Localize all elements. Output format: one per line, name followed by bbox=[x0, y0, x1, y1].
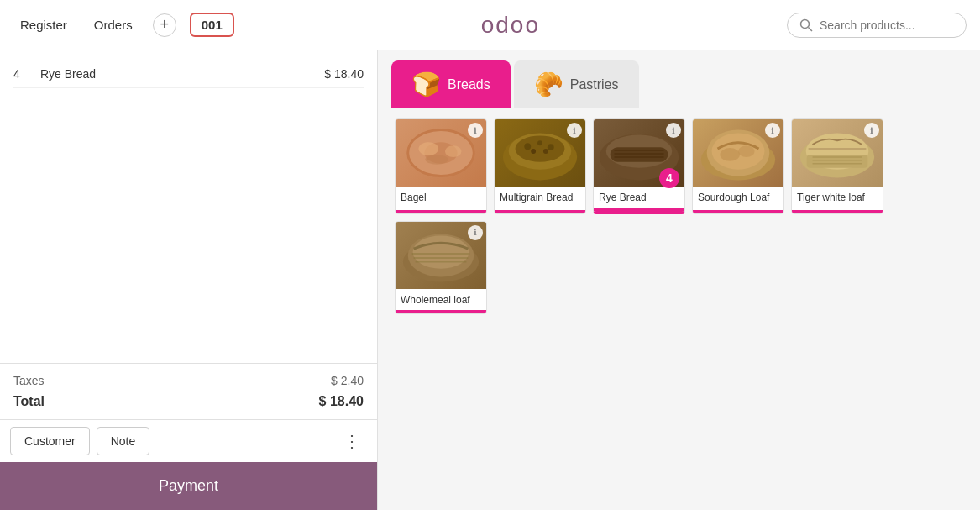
search-input[interactable] bbox=[820, 18, 954, 32]
session-badge[interactable]: 001 bbox=[190, 13, 234, 37]
register-button[interactable]: Register bbox=[13, 14, 74, 35]
multigrain-info-icon: ℹ bbox=[567, 123, 582, 138]
orders-button[interactable]: Orders bbox=[87, 14, 139, 35]
svg-line-1 bbox=[809, 27, 813, 31]
svg-point-14 bbox=[531, 149, 536, 154]
sourdough-info-icon: ℹ bbox=[765, 123, 780, 138]
product-grid: ℹ Bagel bbox=[378, 108, 980, 510]
multigrain-bar bbox=[495, 210, 585, 213]
multigrain-name: Multigrain Bread bbox=[500, 192, 580, 205]
rye-qty-badge: 4 bbox=[659, 168, 679, 188]
sourdough-info: Sourdough Loaf bbox=[693, 187, 783, 212]
tiger-bar bbox=[792, 210, 883, 213]
item-qty: 4 bbox=[13, 67, 34, 81]
svg-rect-18 bbox=[611, 147, 668, 162]
taxes-row: Taxes $ 2.40 bbox=[13, 371, 364, 391]
category-pastries-label: Pastries bbox=[570, 77, 619, 92]
product-tiger[interactable]: ℹ Tiger white loaf bbox=[791, 118, 883, 214]
customer-button[interactable]: Customer bbox=[10, 427, 90, 455]
product-multigrain[interactable]: ℹ Multigrain Bread bbox=[494, 118, 586, 214]
search-icon bbox=[799, 18, 813, 32]
svg-point-10 bbox=[516, 135, 565, 161]
more-menu-button[interactable]: ⋮ bbox=[337, 428, 367, 455]
bagel-bar bbox=[396, 210, 486, 213]
tiger-info: Tiger white loaf bbox=[792, 187, 883, 212]
table-row[interactable]: 4 Rye Bread $ 18.40 bbox=[13, 60, 364, 88]
product-rye[interactable]: ℹ 4 Rye Bread bbox=[593, 118, 685, 214]
rye-name: Rye Bread bbox=[599, 192, 679, 205]
svg-point-0 bbox=[801, 19, 810, 28]
sourdough-name: Sourdough Loaf bbox=[698, 192, 778, 205]
total-row: Total $ 18.40 bbox=[13, 391, 364, 413]
svg-point-13 bbox=[548, 144, 554, 150]
bread-icon: 🍞 bbox=[411, 71, 441, 98]
svg-point-12 bbox=[537, 140, 542, 145]
multigrain-info: Multigrain Bread bbox=[495, 187, 585, 212]
bagel-info-icon: ℹ bbox=[468, 123, 483, 138]
order-list: 4 Rye Bread $ 18.40 bbox=[0, 50, 377, 363]
product-bagel[interactable]: ℹ Bagel bbox=[395, 118, 487, 214]
rye-info-icon: ℹ bbox=[666, 123, 681, 138]
svg-point-7 bbox=[425, 155, 448, 165]
search-bar bbox=[787, 13, 967, 38]
total-label: Total bbox=[13, 394, 45, 409]
svg-point-15 bbox=[543, 149, 548, 154]
pastry-icon: 🥐 bbox=[534, 71, 563, 98]
add-session-button[interactable]: + bbox=[153, 13, 176, 37]
total-amount: $ 18.40 bbox=[319, 394, 364, 409]
svg-point-11 bbox=[524, 143, 531, 150]
svg-point-25 bbox=[720, 148, 740, 161]
category-breads-label: Breads bbox=[448, 77, 490, 92]
category-pastries[interactable]: 🥐 Pastries bbox=[514, 60, 639, 108]
svg-point-35 bbox=[413, 235, 469, 268]
wholemeal-bar bbox=[396, 310, 486, 313]
taxes-amount: $ 2.40 bbox=[331, 374, 364, 387]
product-sourdough[interactable]: ℹ Sourdough Loaf bbox=[692, 118, 784, 214]
svg-point-6 bbox=[445, 145, 462, 157]
order-panel: 4 Rye Bread $ 18.40 Taxes $ 2.40 Total $… bbox=[0, 50, 378, 510]
product-panel: 🍞 Breads 🥐 Pastries bbox=[378, 50, 980, 510]
app-logo: odoo bbox=[248, 12, 773, 39]
bagel-name: Bagel bbox=[401, 192, 481, 205]
wholemeal-name: Wholemeal loaf bbox=[401, 294, 481, 308]
product-wholemeal[interactable]: ℹ Wholemeal loaf bbox=[395, 221, 487, 315]
svg-point-26 bbox=[738, 145, 755, 157]
wholemeal-info-icon: ℹ bbox=[468, 225, 483, 240]
item-name: Rye Bread bbox=[34, 67, 324, 81]
tiger-name: Tiger white loaf bbox=[797, 192, 878, 205]
note-button[interactable]: Note bbox=[97, 427, 150, 455]
category-breads[interactable]: 🍞 Breads bbox=[391, 60, 511, 108]
svg-point-5 bbox=[418, 142, 438, 155]
header: Register Orders + 001 odoo bbox=[0, 0, 980, 50]
main-area: 4 Rye Bread $ 18.40 Taxes $ 2.40 Total $… bbox=[0, 50, 980, 510]
action-bar: Customer Note ⋮ bbox=[0, 419, 377, 462]
order-footer: Taxes $ 2.40 Total $ 18.40 bbox=[0, 363, 377, 419]
bagel-info: Bagel bbox=[396, 187, 486, 212]
nav-left: Register Orders + 001 bbox=[13, 13, 234, 37]
payment-button[interactable]: Payment bbox=[0, 462, 377, 510]
item-price: $ 18.40 bbox=[324, 67, 364, 81]
sourdough-bar bbox=[693, 210, 783, 213]
category-tabs: 🍞 Breads 🥐 Pastries bbox=[378, 50, 980, 108]
rye-bar bbox=[594, 208, 684, 212]
tiger-info-icon: ℹ bbox=[864, 123, 879, 138]
taxes-label: Taxes bbox=[13, 374, 45, 387]
